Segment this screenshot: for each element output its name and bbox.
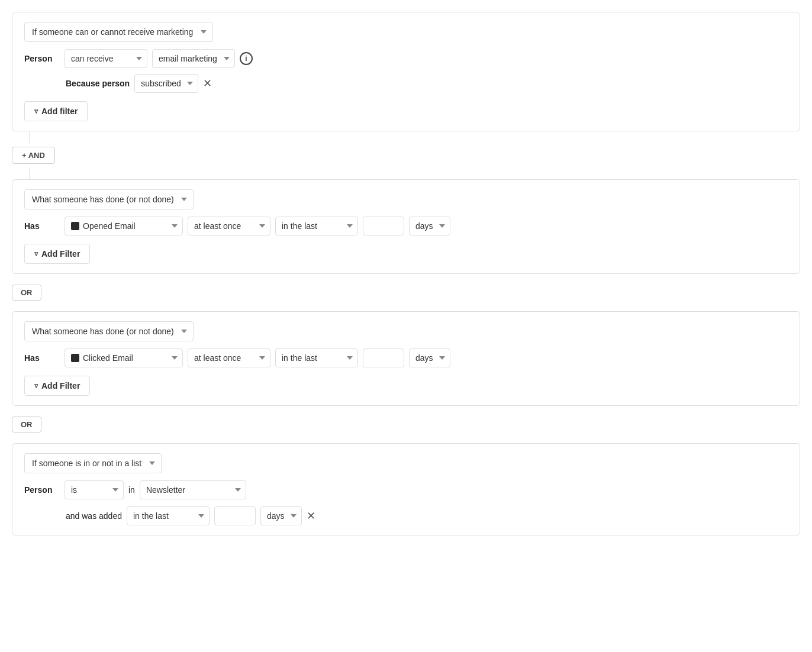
filter-icon-2: ▿ <box>34 250 38 258</box>
unit-select-2[interactable]: days <box>409 348 450 367</box>
and-was-added-label: and was added <box>66 511 122 521</box>
add-filter-button-1[interactable]: ▿ Add filter <box>24 101 88 121</box>
timeframe-select-2[interactable]: in the last <box>275 348 358 367</box>
or-separator-1: OR <box>12 279 800 306</box>
condition-type-select-3[interactable]: What someone has done (or not done) <box>24 321 194 341</box>
event-icon-2 <box>71 354 79 362</box>
condition-type-select-4[interactable]: If someone is in or not in a list <box>24 453 162 473</box>
event-select-1[interactable]: Opened Email <box>65 217 183 235</box>
has-label-1: Has <box>24 221 60 231</box>
or-separator-2: OR <box>12 411 800 438</box>
unit-select-3[interactable]: days <box>260 506 302 525</box>
or-button-1[interactable]: OR <box>12 285 41 301</box>
condition-type-select-2[interactable]: What someone has done (or not done) <box>24 189 194 209</box>
person-label-2: Person <box>24 485 60 495</box>
frequency-select-1[interactable]: at least once <box>188 217 270 235</box>
person-label-1: Person <box>24 54 60 63</box>
or-button-2[interactable]: OR <box>12 417 41 432</box>
is-select[interactable]: is <box>65 480 124 499</box>
event-icon-1 <box>71 222 79 230</box>
opened-email-block: What someone has done (or not done) Has … <box>12 179 800 274</box>
value-input-2[interactable]: 60 <box>363 348 404 367</box>
info-icon[interactable]: i <box>240 52 253 65</box>
and-button[interactable]: + AND <box>12 147 55 164</box>
connector-line-2 <box>30 167 30 179</box>
add-filter-button-3[interactable]: ▿ Add Filter <box>24 376 90 396</box>
frequency-select-2[interactable]: at least once <box>188 348 270 367</box>
has-label-2: Has <box>24 353 60 363</box>
filter-icon-1: ▿ <box>34 107 38 115</box>
value-input-3[interactable]: 30 <box>214 506 256 525</box>
and-button-row: + AND <box>12 147 800 164</box>
connector-line-1 <box>30 131 30 143</box>
can-receive-select[interactable]: can receive <box>65 49 147 68</box>
added-timeframe-select[interactable]: in the last <box>127 506 210 525</box>
condition-type-select-1[interactable]: If someone can or cannot receive marketi… <box>24 22 213 42</box>
value-input-1[interactable]: 60 <box>363 217 404 235</box>
filter-icon-3: ▿ <box>34 382 38 390</box>
event-select-2[interactable]: Clicked Email <box>65 348 183 367</box>
remove-added-icon[interactable]: ✕ <box>307 511 315 521</box>
add-filter-button-2[interactable]: ▿ Add Filter <box>24 244 90 264</box>
timeframe-select-1[interactable]: in the last <box>275 217 358 235</box>
email-marketing-select[interactable]: email marketing <box>152 49 235 68</box>
list-condition-block: If someone is in or not in a list Person… <box>12 443 800 535</box>
subscribed-select[interactable]: subscribed <box>134 74 198 93</box>
remove-because-icon[interactable]: ✕ <box>203 78 212 89</box>
marketing-condition-block: If someone can or cannot receive marketi… <box>12 12 800 131</box>
unit-select-1[interactable]: days <box>409 217 450 235</box>
clicked-email-block: What someone has done (or not done) Has … <box>12 311 800 406</box>
newsletter-select[interactable]: Newsletter <box>140 480 246 499</box>
in-label: in <box>128 485 135 495</box>
because-person-label: Because person <box>66 79 130 88</box>
